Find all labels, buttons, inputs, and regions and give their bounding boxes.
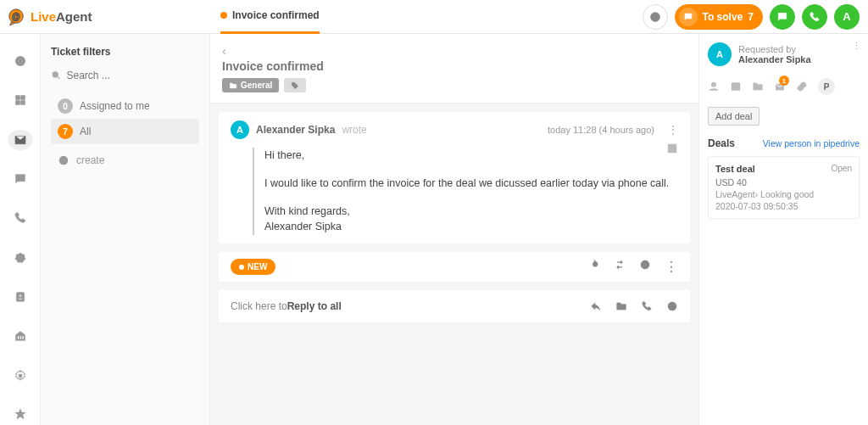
svg-point-25: [712, 82, 716, 87]
message-timestamp: today 11:28 (4 hours ago): [548, 125, 654, 135]
add-button[interactable]: [643, 4, 668, 30]
call-button[interactable]: [802, 4, 827, 30]
nav-activity[interactable]: [8, 247, 33, 267]
requester-avatar: A: [708, 42, 732, 66]
pipedrive-chip[interactable]: P: [818, 78, 835, 95]
message-greeting: Hi there,: [264, 148, 678, 164]
to-solve-button[interactable]: To solve 7: [675, 4, 763, 30]
deals-section-title: Deals: [708, 137, 735, 149]
message-author-avatar: A: [231, 120, 249, 139]
popout-icon[interactable]: [666, 143, 678, 158]
reply-icon[interactable]: [590, 300, 602, 312]
svg-point-17: [53, 72, 58, 77]
nav-contacts[interactable]: [8, 287, 33, 307]
svg-point-16: [19, 374, 22, 377]
filters-title: Ticket filters: [51, 46, 199, 58]
back-button[interactable]: ‹: [222, 42, 239, 59]
tag-plus-icon: [291, 81, 299, 90]
svg-rect-9: [20, 101, 25, 105]
plus-circle-icon: [58, 154, 70, 166]
svg-rect-13: [17, 336, 19, 339]
nav-chats[interactable]: [8, 169, 33, 189]
tab-title: Invoice confirmed: [232, 9, 320, 21]
chat-button[interactable]: [770, 4, 795, 30]
svg-rect-7: [20, 96, 25, 100]
svg-rect-8: [15, 101, 19, 105]
message-signoff: With kind regards,: [264, 204, 678, 220]
filter-count-badge: 7: [58, 124, 73, 139]
svg-text:@: @: [12, 11, 20, 20]
reply-prefix: Click here to: [231, 300, 287, 312]
filter-label: Assigned to me: [80, 100, 150, 112]
reply-bold: Reply to all: [287, 300, 342, 312]
folder-detail-icon[interactable]: [752, 81, 764, 92]
svg-rect-14: [19, 336, 21, 339]
app-logo: @ LiveAgent: [0, 8, 212, 26]
requester-name: Alexander Sipka: [738, 54, 811, 64]
nav-settings[interactable]: [8, 365, 33, 385]
nav-dashboard[interactable]: [8, 51, 33, 71]
requested-by-label: Requested by: [738, 44, 811, 54]
liveagent-logo-icon: @: [7, 8, 25, 26]
search-icon: [51, 70, 62, 81]
tab-status-dot: [220, 12, 227, 19]
filter-create-button[interactable]: create: [51, 144, 199, 166]
deals-badge-icon[interactable]: 1: [774, 81, 786, 92]
ticket-title: Invoice confirmed: [222, 59, 687, 73]
footer-menu-button[interactable]: ⋮: [665, 259, 678, 275]
filter-all[interactable]: 7 All: [51, 119, 199, 144]
add-deal-button[interactable]: Add deal: [708, 107, 760, 126]
message-menu-button[interactable]: ⋮: [661, 124, 678, 136]
nav-tiles[interactable]: [8, 90, 33, 110]
svg-point-10: [15, 253, 25, 262]
nav-tickets[interactable]: [8, 130, 33, 150]
svg-rect-26: [732, 83, 739, 90]
nav-favorites[interactable]: [8, 405, 33, 425]
to-solve-label: To solve: [703, 11, 743, 23]
ticket-tag-general[interactable]: General: [222, 78, 279, 92]
link-icon[interactable]: [796, 81, 808, 92]
reply-call-icon[interactable]: [641, 300, 653, 312]
to-solve-icon: [679, 8, 698, 26]
wrote-label: wrote: [342, 124, 366, 136]
filter-create-label: create: [76, 154, 104, 166]
filter-label: All: [80, 126, 91, 137]
svg-rect-6: [15, 96, 19, 100]
deals-count-badge: 1: [779, 75, 789, 86]
filter-assigned-to-me[interactable]: 0 Assigned to me: [51, 93, 199, 119]
deal-date: 2020-07-03 09:50:35: [715, 201, 852, 211]
add-tag-button[interactable]: [284, 78, 306, 92]
attach-icon[interactable]: [615, 300, 627, 312]
current-user-avatar[interactable]: A: [834, 4, 860, 30]
status-new-chip[interactable]: NEW: [231, 259, 275, 275]
fire-icon[interactable]: [588, 259, 600, 275]
transfer-icon[interactable]: [614, 259, 626, 275]
filter-search-input[interactable]: [67, 70, 199, 81]
deal-card[interactable]: Open Test deal USD 40 LiveAgent› Looking…: [708, 156, 860, 219]
reply-to-all-button[interactable]: Click here to Reply to all: [219, 290, 690, 322]
resolve-icon[interactable]: [639, 259, 651, 275]
deal-status: Open: [832, 164, 852, 173]
active-tab[interactable]: Invoice confirmed: [220, 0, 320, 34]
view-in-pipedrive-link[interactable]: View person in pipedrive: [763, 138, 860, 148]
to-solve-count: 7: [748, 11, 754, 23]
svg-point-12: [19, 294, 21, 297]
window-icon[interactable]: [730, 81, 742, 92]
nav-knowledgebase[interactable]: [8, 326, 33, 346]
deal-price: USD 40: [715, 177, 852, 187]
svg-rect-15: [22, 336, 24, 339]
svg-line-18: [58, 77, 60, 80]
deal-stage: LiveAgent› Looking good: [715, 189, 852, 199]
filter-count-badge: 0: [58, 98, 73, 114]
app-name: LiveAgent: [31, 9, 92, 24]
message-signature: Alexander Sipka: [264, 219, 678, 235]
contact-person-icon[interactable]: [708, 81, 720, 92]
message-author-name: Alexander Sipka: [256, 124, 335, 136]
folder-icon: [229, 81, 237, 90]
message-body: I would like to confirm the invoice for …: [264, 176, 678, 192]
nav-calls[interactable]: [8, 208, 33, 228]
details-menu-button[interactable]: ⋮: [852, 41, 861, 52]
schedule-icon[interactable]: [666, 300, 678, 312]
